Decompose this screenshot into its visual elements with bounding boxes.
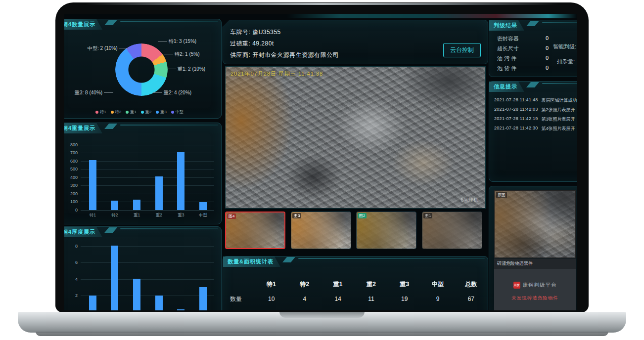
x-tick: 中型 [196,212,211,218]
table-cell: 4 [288,292,321,306]
table-cell: — [288,307,321,310]
scrap-image-texture [495,191,575,257]
weight-label: 过磅重: [230,40,250,47]
original-image-label: 原图 [496,192,507,198]
x-tick: 重1 [130,212,144,218]
header-line [542,83,577,84]
donut-callout: 特2: 1 (5%) [175,51,200,58]
panel-weight-title: 钢4重量展示 [64,123,102,133]
stats-table-panel: 数量&面积统计表 特1 特2 重1 重2 重3 中型 总数 数量 10 4 14… [223,256,488,310]
y-tick: 400 [64,175,78,180]
danger-result-box: 碎渣危险物违禁件 周发 废钢判级平台 未发现碎渣危险物件 [494,258,576,310]
panel-thickness: 钢4厚度展示 8 6 4 2 特1 特2 重1 [64,226,222,310]
brand-logo-icon: 周发 [513,282,520,289]
bar [155,176,163,210]
grading-result-panel: 判级结果 密封容器0 超长尺寸0 油 污 件0 泡 货 件0 智能判级: 扣杂量… [489,20,577,77]
stats-table-quantity-row: 数量 10 4 14 11 19 9 67 [223,292,488,306]
weight-bars [82,145,214,210]
row-label: 数量 [223,292,255,306]
legend-label: 特1 [100,109,106,115]
bar [199,287,207,310]
legend-dot [95,111,98,114]
dashboard-screen: 钢4数量展示 特1: 3 (15%) 特2: 1 (5%) 重1: 2 (10%… [64,14,577,310]
ptz-control-button[interactable]: 云台控制 [443,43,481,57]
thumbnail-3[interactable]: 图2 [356,212,416,249]
y-tick: 600 [64,159,78,164]
bar [155,296,163,310]
y-tick: 100 [64,199,78,204]
bar [89,296,96,310]
panel-weight: 钢4重量展示 800 700 600 500 400 300 200 100 0 [64,123,222,224]
vehicle-info-panel: 车牌号: 豫U35355 过磅重: 49.280t 供应商: 开封市金火源再生资… [223,20,488,64]
grading-item: 泡 货 件0 [497,65,549,72]
header-decoration [282,257,295,262]
legend-label: 中型 [176,109,184,115]
table-cell: — [388,307,421,310]
bar [133,279,140,310]
x-axis-labels: 特1 特2 重1 重2 重3 中型 [82,212,214,218]
donut-callout: 重1: 2 (10%) [178,66,205,73]
legend-label: 重1 [130,109,136,115]
deduction-label: 扣杂量: [557,58,575,65]
legend-dot [111,111,114,114]
x-tick: 重3 [174,212,188,218]
grading-item: 密封容器0 [497,35,549,42]
column-header: 总数 [455,277,488,291]
header-line [298,258,485,259]
message-item: 2021-07-28 11:42:03第2张照片表层开 [494,107,577,113]
supplier-value: 开封市金火源再生资源有限公司 [252,51,339,58]
danger-original-image: 原图 [494,190,576,258]
column-header: 特1 [255,277,288,291]
y-tick: 200 [64,191,78,196]
axis-line [81,210,214,211]
message-item: 2021-07-28 11:41:48表层区域计算成功 [494,97,577,104]
header-decoration [104,20,117,25]
bar [133,200,140,210]
thumbnail-label: 图1 [423,213,432,218]
thumbnail-1[interactable]: 图4 [225,212,285,249]
y-tick: 0 [64,208,78,212]
bar [199,202,207,211]
header-line [542,22,577,23]
y-tick: 4 [64,277,78,282]
y-tick: 6 [64,260,78,265]
legend-dot [141,111,144,114]
plate-value: 豫U35355 [252,29,281,36]
brand-row: 周发 废钢判级平台 [494,282,576,289]
header-decoration [526,82,539,87]
thickness-bars [82,229,214,310]
column-header: 重3 [388,277,421,291]
thumbnail-label: 图4 [227,213,236,219]
header-line [120,125,218,126]
stats-table-area-row: 面积 — — — — — — — [223,307,488,310]
thumbnail-label: 图2 [358,213,367,218]
thumbnail-2[interactable]: 图3 [291,212,351,249]
legend-label: 特2 [115,109,121,115]
bar [111,246,118,310]
table-cell: 10 [255,292,288,306]
bar [89,160,96,210]
header-decoration [104,124,117,129]
y-tick: 8 [64,244,78,249]
table-cell: 9 [421,292,454,306]
panel-quantity: 钢4数量展示 特1: 3 (15%) 特2: 1 (5%) 重1: 2 (10%… [64,19,222,119]
donut-callout: 中型: 2 (10%) [88,45,118,52]
thumbnail-4[interactable]: 图1 [422,212,482,249]
weight-value: 49.280t [252,40,274,47]
camera-watermark: 6号球机 [460,197,478,204]
bar [177,309,184,310]
thumbnail-strip: 图4 图3 图2 图1 [225,212,487,250]
messages-panel: 信息提示 2021-07-28 11:41:48表层区域计算成功 2021-07… [489,81,577,182]
table-cell: — [255,307,288,310]
messages-panel-title: 信息提示 [489,82,524,92]
x-tick: 重2 [151,212,166,218]
thumbnail-label: 图3 [292,213,301,218]
donut-callout: 重3: 8 (40%) [75,89,102,96]
table-cell: — [322,307,355,310]
bar [111,201,118,210]
table-cell: — [421,307,454,310]
panel-quantity-title: 钢4数量展示 [64,19,102,30]
table-cell: — [355,307,388,310]
table-cell: 11 [355,292,388,306]
y-tick: 800 [64,142,78,147]
